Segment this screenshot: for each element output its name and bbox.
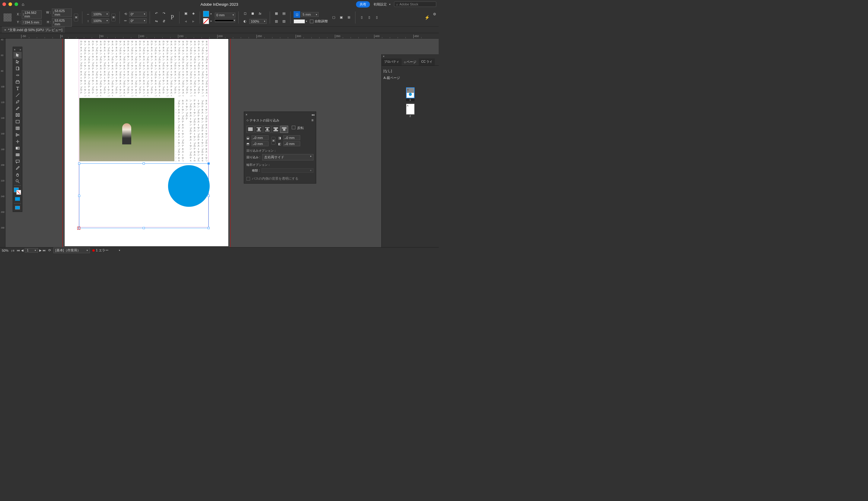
wrap-bbox-ctrl-icon[interactable]: ▤ [281,10,287,17]
next-page-icon[interactable]: ▶ [39,249,42,252]
control-settings-icon[interactable]: ⚙ [433,12,436,16]
wrap-shape-button[interactable] [263,126,271,133]
rectangle-tool[interactable] [13,118,22,125]
scale-x-input[interactable]: 100%▾ [92,12,109,17]
open-icon[interactable]: ⟳ [48,248,51,252]
table-tool[interactable] [13,125,22,131]
rotate-cw-icon[interactable]: ↷ [160,10,167,17]
text-frame-side[interactable]: キストサンプルテキストサンプルテキストサンプルテキストサンプルテキストサンプルテ… [176,98,208,161]
autofit-checkbox[interactable] [310,20,313,23]
collapse-panel-icon[interactable]: ◂◂ [311,113,314,116]
x-input[interactable]: ▴▾134.562 mm [22,10,42,19]
direct-selection-tool[interactable] [13,58,22,65]
page-thumb-2-wrap[interactable]: A 2 [406,104,415,118]
offset-right-input[interactable]: ▴▾0 mm [283,141,300,146]
ruler-horizontal[interactable]: -50050100150200250300350400450 [0,33,439,39]
fit-content-icon[interactable]: ▢ [331,14,337,21]
maximize-window[interactable] [14,2,18,6]
select-content-icon[interactable]: ◈ [190,10,197,17]
stroke-weight-input[interactable]: 0 mm▾ [215,13,235,18]
center-content-icon[interactable]: ⊞ [345,14,352,21]
shear-input[interactable]: 0°▾ [129,18,147,23]
zoom-level[interactable]: 50% [2,249,9,252]
cc-lib-tab[interactable]: CC ライ [419,58,435,65]
home-icon[interactable]: ⌂ [22,2,24,7]
preset-status[interactable]: [基本]（作業用）▾ [53,247,90,253]
scissors-tool[interactable] [13,131,22,138]
gap-input[interactable]: 5 mm▾ [301,12,318,17]
panel-menu-icon[interactable]: ≡ [311,118,313,122]
handle-br[interactable] [208,227,210,229]
gap-tool[interactable] [13,72,22,78]
corner-options-icon[interactable]: ◻ [242,10,248,17]
opacity-input[interactable]: 100%▾ [249,19,267,24]
page-thumb-2[interactable]: A [406,104,415,115]
w-input[interactable]: ▴▾53.625 mm [52,9,72,17]
close-pages-panel-icon[interactable]: × [383,55,384,58]
wrap-none-ctrl-icon[interactable]: ▦ [273,10,280,17]
flip-h-icon[interactable]: ⇋ [153,18,160,25]
offset-bottom-input[interactable]: ▴▾0 mm [252,141,269,146]
constrain-wh-icon[interactable]: ⌘ [74,13,78,21]
zoom-tool[interactable] [13,178,22,184]
document-tab[interactable]: ×*文章.indd @ 50% [GPU プレビュー] [2,27,65,33]
close-panel-icon[interactable]: × [245,113,248,116]
y-input[interactable]: ▴▾194.5 mm [22,20,42,25]
gradient-feather-tool[interactable] [13,151,22,158]
wrap-side-dropdown[interactable]: 左右両サイド▾ [262,154,313,160]
toolbox-menu-icon[interactable]: » [20,48,21,51]
canvas[interactable]: キストサンプルテキストサンプルテキストサンプルテキストサンプルテキストサンプルテ… [6,39,439,247]
invert-checkbox[interactable] [292,126,295,129]
apply-color[interactable] [13,196,22,202]
page-number-input[interactable]: 1▾ [25,248,38,253]
reference-point[interactable] [4,13,11,21]
select-next-icon[interactable]: ▹ [190,18,197,25]
page-thumb-1[interactable]: A [406,87,415,98]
contour-type-dropdown[interactable]: ▾ [262,168,313,173]
workspace-preset[interactable]: 初期設定▾ [374,2,390,7]
status-options-icon[interactable]: ↕≡ [11,249,14,252]
handle-tl[interactable] [78,162,80,164]
ellipse-object[interactable] [168,165,210,207]
fx-icon[interactable]: fx [257,10,263,17]
first-page-icon[interactable]: ⏮ [17,249,20,252]
wrap-bbox-button[interactable] [255,126,263,133]
constrain-offset-icon[interactable]: ⌘ [271,137,275,145]
wrap-jump-button[interactable] [272,126,280,133]
stroke-style-input[interactable]: ▾ [215,19,235,22]
share-button[interactable]: 共有 [356,1,370,8]
handle-tc[interactable] [143,162,145,164]
none-master[interactable]: [なし] [384,67,437,74]
offset-left-input[interactable]: ▴▾0 mm [283,135,300,140]
handle-mr[interactable] [208,195,210,197]
properties-tab[interactable]: プロパティ [381,58,401,65]
handle-ml[interactable] [78,195,80,197]
rotate-ccw-icon[interactable]: ↶ [153,10,160,17]
close-tab-icon[interactable]: × [4,28,6,32]
page-tool[interactable] [13,65,22,72]
preflight-status[interactable]: 1 エラー▾ [92,248,120,253]
stroke-swatch[interactable] [203,18,209,24]
content-collector-tool[interactable] [13,78,22,85]
align-h3-icon[interactable]: ▯ [374,14,380,21]
wrap-jump-next-button[interactable] [280,126,288,133]
rectangle-frame-tool[interactable] [13,111,22,118]
pages-tab[interactable]: ◇ ページ [401,58,419,65]
gradient-swatch-tool[interactable] [13,145,22,151]
free-transform-tool[interactable] [13,138,22,145]
align-h1-icon[interactable]: ▯ [358,14,365,21]
view-mode[interactable] [13,204,22,211]
select-container-icon[interactable]: ▣ [182,10,189,17]
select-prev-icon[interactable]: ◃ [182,18,189,25]
image-frame[interactable] [79,98,174,161]
type-tool[interactable] [13,85,22,92]
hand-tool[interactable] [13,171,22,178]
fill-swatch[interactable] [203,11,209,17]
ruler-vertical[interactable]: 406080100120140160180200220240260280 [0,39,6,247]
rotate-input[interactable]: 0°▾ [129,12,147,17]
selection-tool[interactable] [13,52,22,58]
offset-top-input[interactable]: ▴▾0 mm [252,135,269,140]
gap-swatch[interactable] [294,19,305,23]
h-input[interactable]: ▴▾53.625 mm [52,18,72,26]
text-frame-top[interactable]: キストサンプルテキストサンプルテキストサンプルテキストサンプルテキストサンプルテ… [79,39,208,96]
